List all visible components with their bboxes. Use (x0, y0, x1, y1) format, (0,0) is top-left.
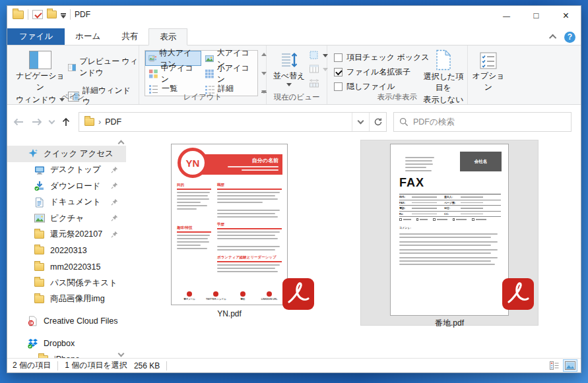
up-button[interactable] (61, 117, 71, 127)
hidden-items-option[interactable]: 隠しファイル (334, 80, 430, 93)
text-line (177, 205, 207, 206)
text-line (217, 249, 275, 250)
fax-field-label: FAX: (399, 201, 410, 204)
sidebar-item-path-text[interactable]: パス関係テキスト (7, 275, 126, 291)
tab-file[interactable]: ファイル (7, 28, 65, 45)
checkbox-icon[interactable] (334, 53, 343, 62)
scroll-up-icon[interactable] (117, 140, 124, 147)
hide-selected-items-icon (435, 49, 452, 71)
file-name-extensions-option[interactable]: ファイル名拡張子 (334, 65, 430, 78)
maximize-button[interactable]: □ (521, 6, 551, 25)
divider (28, 9, 28, 20)
extra-large-icons-icon (148, 53, 157, 64)
details-view-icon (550, 361, 559, 370)
sidebar-item-pictures[interactable]: ピクチャ (7, 210, 126, 227)
group-by-button[interactable] (309, 50, 328, 61)
sidebar-item-label: デスクトップ (50, 164, 101, 175)
back-button[interactable] (13, 117, 24, 127)
tab-view[interactable]: 表示 (148, 28, 187, 45)
add-columns-button[interactable] (309, 64, 328, 74)
scroll-down-icon[interactable] (261, 72, 267, 75)
fax-checkbox-row (399, 218, 486, 221)
details-view-toggle[interactable] (548, 360, 561, 371)
refresh-button[interactable] (369, 113, 386, 131)
tab-share[interactable]: 共有 (111, 28, 148, 45)
text-line (399, 249, 498, 250)
fax-comment-body (399, 231, 501, 268)
scroll-up-icon[interactable] (261, 53, 267, 56)
options-icon (480, 52, 497, 69)
text-line (399, 241, 498, 243)
resume-section-title: 趣味/特技 (177, 225, 211, 233)
properties-icon[interactable] (32, 10, 43, 19)
ribbon-group-options: オプション (468, 45, 509, 104)
checkbox-label: 項目チェック ボックス (346, 52, 430, 63)
file-thumbnail-yn[interactable]: YN 自分の名前 目的 趣味/特技 職歴 (171, 144, 288, 305)
title-bar[interactable]: PDF — □ × (7, 6, 581, 28)
pdf-file-icon (282, 278, 314, 310)
text-line (217, 216, 278, 218)
text-line (177, 245, 201, 246)
file-name-label[interactable]: 番地.pdf (390, 318, 509, 329)
sidebar-item-dropbox[interactable]: Dropbox (7, 336, 126, 352)
sidebar-item-20220313[interactable]: 20220313 (7, 243, 126, 259)
sidebar-item-mm20220315[interactable]: mm20220315 (7, 259, 126, 276)
search-input[interactable] (413, 117, 566, 127)
fax-company-box: 会社名 (460, 152, 502, 171)
sort-by-button[interactable]: 並べ替え (272, 51, 306, 86)
sidebar-item-desktop[interactable]: デスクトップ (7, 162, 126, 179)
forward-button[interactable] (31, 117, 43, 127)
breadcrumb-segment[interactable]: PDF (105, 117, 121, 127)
explorer-window: PDF — □ × ファイル ホーム 共有 表示 ? (7, 5, 581, 373)
ribbon-group-layout: 特大アイコン 大アイコン 中アイコン 小アイコン 一覧 (139, 45, 267, 104)
fax-title: FAX (399, 176, 424, 190)
new-folder-icon[interactable] (47, 11, 57, 18)
text-line (217, 235, 275, 236)
selection-size: 256 KB (134, 361, 160, 370)
resume-banner: 自分の名前 (197, 154, 282, 175)
checkbox-label: ファイル名拡張子 (346, 67, 410, 78)
options-button[interactable]: オプション (471, 52, 506, 93)
text-line (217, 271, 278, 272)
layout-item-small-icons[interactable]: 小アイコン (201, 66, 257, 81)
sidebar-item-creative-cloud-files[interactable]: Creative Cloud Files (7, 313, 126, 330)
sidebar-item-documents[interactable]: ドキュメント (7, 194, 126, 211)
sidebar-item-downloads[interactable]: ダウンロード (7, 178, 126, 194)
item-check-boxes-option[interactable]: 項目チェック ボックス (334, 51, 430, 64)
address-dropdown-button[interactable] (352, 113, 369, 131)
sidebar-item-label: Dropbox (44, 339, 75, 348)
window-controls: — □ × (492, 6, 581, 25)
text-line (405, 167, 426, 168)
text-line (399, 233, 498, 235)
scroll-down-icon[interactable] (117, 351, 124, 357)
tab-home[interactable]: ホーム (65, 28, 111, 45)
sidebar-item-product-img[interactable]: 商品画像用img (7, 291, 126, 308)
address-bar[interactable]: › PDF (79, 112, 387, 132)
layout-item-medium-icons[interactable]: 中アイコン (145, 66, 201, 81)
recent-locations-chevron-icon[interactable] (49, 118, 55, 125)
checkbox-icon[interactable] (334, 68, 343, 76)
text-line (217, 264, 280, 266)
breadcrumb[interactable]: › PDF (79, 117, 352, 127)
divider (70, 9, 71, 20)
search-box[interactable] (393, 112, 572, 132)
sidebar-item-label: パス関係テキスト (50, 278, 117, 289)
thumbnail-view-toggle[interactable] (564, 360, 577, 371)
file-list-view[interactable]: YN 自分の名前 目的 趣味/特技 職歴 (126, 139, 581, 358)
sidebar-item-quick-access[interactable]: クイック アクセス (7, 146, 126, 162)
sidebar-item-kangensai202107[interactable]: 還元祭202107 (7, 227, 126, 243)
sidebar-scrollbar[interactable] (117, 139, 125, 358)
minimize-button[interactable]: — (492, 6, 521, 25)
size-columns-to-fit-button[interactable] (309, 78, 328, 88)
checkbox-icon[interactable] (334, 82, 343, 91)
close-button[interactable]: × (551, 6, 581, 25)
preview-pane-button[interactable]: プレビュー ウィンドウ (68, 56, 139, 78)
sidebar-item-iphone[interactable]: iPhone (7, 351, 126, 358)
text-line (399, 252, 491, 254)
file-thumbnail-banchi[interactable]: 会社名 FAX 宛先: 差出人: FAX: ページ数: 電話: 日付: (390, 144, 509, 316)
help-icon[interactable]: ? (564, 32, 575, 43)
customize-qat-chevron-icon[interactable] (61, 15, 66, 18)
text-line (177, 238, 208, 239)
folder-icon (34, 295, 44, 303)
file-name-label[interactable]: YN.pdf (171, 309, 288, 318)
